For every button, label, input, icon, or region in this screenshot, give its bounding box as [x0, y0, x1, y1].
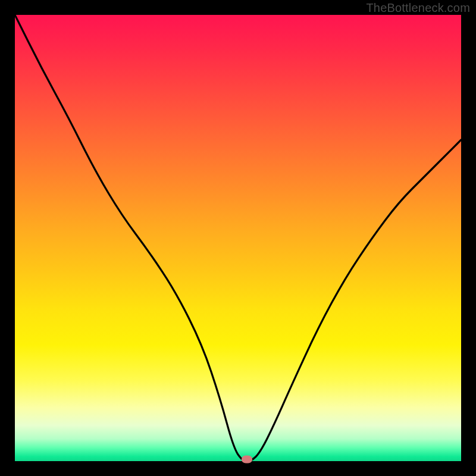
- bottleneck-curve: [15, 15, 461, 461]
- chart-frame: TheBottleneck.com: [0, 0, 476, 476]
- min-marker: [242, 456, 252, 464]
- plot-area: [15, 15, 461, 461]
- watermark-text: TheBottleneck.com: [366, 1, 470, 15]
- curve-path: [15, 15, 461, 461]
